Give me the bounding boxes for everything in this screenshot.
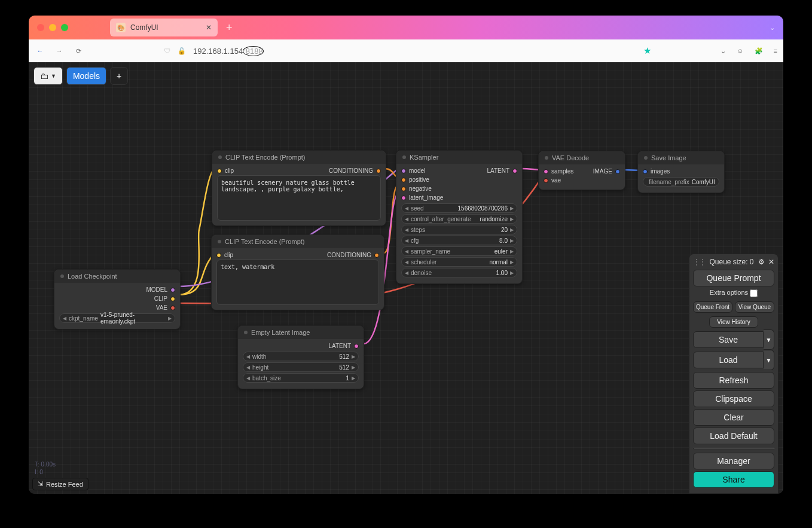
input-port-positive[interactable] [401, 178, 406, 182]
close-tab-icon[interactable]: ✕ [206, 23, 212, 32]
load-button[interactable]: Load [693, 352, 764, 368]
input-port-clip[interactable] [217, 169, 222, 173]
output-port-conditioning[interactable] [376, 169, 381, 173]
tab-comfyui[interactable]: 🎨 ComfyUI ✕ [110, 19, 218, 36]
port-label: images [651, 168, 670, 175]
comfyui-canvas[interactable]: 🗀 ▼ Models + Load Checkpoint MODEL CLIP … [29, 62, 783, 494]
node-save-image[interactable]: Save Image images filename_prefix ComfyU… [637, 151, 725, 193]
clear-button[interactable]: Clear [693, 409, 774, 426]
param-sampler-name[interactable]: ◀sampler_nameeuler▶ [401, 246, 517, 256]
queue-size-label: Queue size: 0 [709, 258, 755, 266]
node-empty-latent-image[interactable]: Empty Latent Image LATENT ◀width512▶ ◀he… [237, 325, 364, 389]
traffic-lights [37, 24, 68, 31]
resize-feed-button[interactable]: ⇲ Resize Feed [32, 478, 88, 490]
url-port: :8188 [243, 46, 264, 56]
param-value: 1 [346, 375, 349, 381]
output-port-clip[interactable] [170, 297, 175, 301]
param-denoise[interactable]: ◀denoise1.00▶ [401, 268, 517, 277]
close-icon[interactable]: ✕ [768, 258, 774, 266]
address-text[interactable]: 192.168.1.154:8188 [193, 47, 264, 56]
node-title: Save Image [651, 154, 686, 161]
param-value: 156680208700286 [458, 205, 508, 212]
port-label: LATENT [487, 167, 509, 174]
account-icon[interactable]: ☺ [737, 47, 743, 54]
maximize-window-button[interactable] [61, 24, 68, 31]
param-ckpt-name[interactable]: ◀ckpt_name v1-5-pruned-emaonly.ckpt▶ [59, 313, 175, 323]
forward-button[interactable]: → [54, 47, 65, 54]
clipspace-button[interactable]: Clipspace [693, 390, 774, 407]
output-port-model[interactable] [170, 288, 175, 292]
param-steps[interactable]: ◀steps20▶ [401, 225, 517, 234]
param-value: 512 [339, 353, 349, 360]
port-label: CLIP [154, 295, 167, 302]
manager-button[interactable]: Manager [693, 453, 774, 469]
share-button[interactable]: Share [693, 471, 774, 488]
node-load-checkpoint[interactable]: Load Checkpoint MODEL CLIP VAE ◀ckpt_nam… [54, 269, 181, 329]
input-port-images[interactable] [643, 169, 648, 174]
models-button[interactable]: Models [66, 67, 106, 85]
input-port-vae[interactable] [544, 178, 548, 183]
status-iter: I: 0 [35, 468, 56, 476]
menu-icon[interactable]: ≡ [774, 47, 777, 54]
view-history-button[interactable]: View History [709, 316, 758, 328]
extensions-icon[interactable]: 🧩 [755, 47, 763, 55]
param-seed[interactable]: ◀seed156680208700286▶ [401, 203, 517, 213]
bookmark-star-icon[interactable]: ★ [643, 45, 651, 56]
node-title: VAE Decode [552, 154, 589, 161]
output-port-conditioning[interactable] [374, 253, 379, 258]
lock-icon[interactable]: 🔓 [178, 47, 186, 55]
shield-icon[interactable]: 🛡 [164, 47, 170, 54]
prompt-textarea[interactable]: beautiful scenery nature glass bottle la… [217, 175, 381, 221]
new-tab-button[interactable]: + [226, 22, 233, 34]
queue-front-button[interactable]: Queue Front [693, 301, 732, 313]
back-button[interactable]: ← [35, 47, 45, 54]
output-port-latent[interactable] [354, 344, 359, 349]
view-queue-button[interactable]: View Queue [735, 301, 774, 313]
tabs-dropdown-icon[interactable]: ⌄ [770, 24, 775, 32]
param-control-after-generate[interactable]: ◀control_after_generaterandomize▶ [401, 214, 517, 224]
input-port-samples[interactable] [544, 169, 548, 174]
param-value: v1-5-pruned-emaonly.ckpt [100, 312, 166, 325]
minimize-window-button[interactable] [49, 24, 56, 31]
input-port-latent-image[interactable] [401, 196, 406, 200]
param-filename-prefix[interactable]: filename_prefix ComfyUI [643, 177, 719, 187]
node-clip-text-encode-positive[interactable]: CLIP Text Encode (Prompt) clip CONDITION… [212, 150, 386, 226]
browser-window: 🎨 ComfyUI ✕ + ⌄ ← → ⟳ 🛡 🔓 192.168.1.154:… [29, 16, 783, 494]
extra-options-checkbox[interactable] [750, 289, 758, 297]
param-batch-size[interactable]: ◀batch_size1▶ [243, 373, 359, 383]
output-port-latent[interactable] [512, 169, 517, 173]
gear-icon[interactable]: ⚙ [758, 258, 765, 266]
node-title: Empty Latent Image [251, 329, 310, 336]
param-scheduler[interactable]: ◀schedulernormal▶ [401, 257, 517, 267]
param-height[interactable]: ◀height512▶ [243, 362, 359, 372]
output-port-image[interactable] [615, 169, 620, 174]
load-default-button[interactable]: Load Default [693, 428, 774, 444]
load-dropdown[interactable]: ▼ [764, 350, 774, 370]
node-ksampler[interactable]: KSampler model LATENT positive negative … [396, 150, 523, 284]
node-vae-decode[interactable]: VAE Decode samples IMAGE vae [538, 151, 625, 190]
input-port-model[interactable] [401, 169, 406, 173]
save-button[interactable]: Save [693, 331, 764, 348]
output-port-vae[interactable] [170, 306, 175, 310]
queue-prompt-button[interactable]: Queue Prompt [693, 270, 774, 286]
port-label: VAE [156, 304, 167, 311]
close-window-button[interactable] [37, 24, 44, 31]
param-width[interactable]: ◀width512▶ [243, 352, 359, 361]
folder-button[interactable]: 🗀 ▼ [33, 67, 63, 85]
node-title: KSampler [410, 154, 438, 161]
refresh-button[interactable]: Refresh [693, 372, 774, 389]
queue-panel[interactable]: ⋮⋮ Queue size: 0 ⚙ ✕ Queue Prompt Extra … [689, 254, 779, 494]
param-value: euler [494, 248, 508, 255]
prompt-textarea[interactable]: text, watermark [216, 260, 379, 305]
save-dropdown[interactable]: ▼ [764, 329, 774, 350]
param-cfg[interactable]: ◀cfg8.0▶ [401, 236, 517, 245]
node-clip-text-encode-negative[interactable]: CLIP Text Encode (Prompt) clip CONDITION… [211, 234, 384, 310]
input-port-negative[interactable] [401, 187, 406, 191]
add-button[interactable]: + [110, 67, 128, 85]
input-port-clip[interactable] [216, 253, 221, 258]
reload-button[interactable]: ⟳ [73, 47, 84, 55]
pocket-icon[interactable]: ⌄ [721, 47, 726, 55]
drag-handle-icon[interactable]: ⋮⋮ [693, 258, 705, 266]
port-label: positive [409, 176, 429, 183]
param-label: control_after_generate [411, 216, 471, 222]
